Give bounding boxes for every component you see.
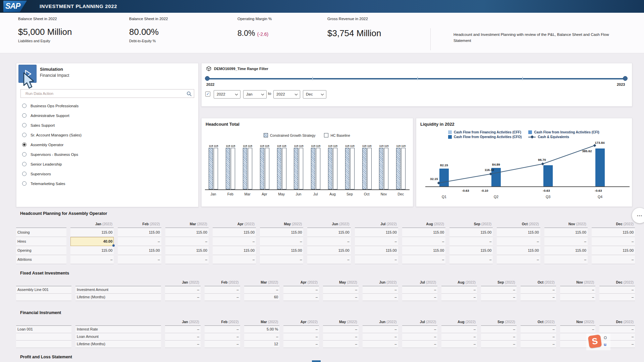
table-cell[interactable]: – — [323, 333, 359, 341]
table-cell[interactable]: – — [307, 237, 351, 246]
time-range-slider[interactable] — [207, 78, 627, 79]
simulation-option[interactable]: Business Ops Professionals — [20, 101, 195, 111]
table-cell[interactable]: – — [283, 341, 319, 348]
table-cell[interactable]: – — [323, 341, 359, 348]
table-cell[interactable]: – — [592, 255, 635, 264]
search-input[interactable] — [21, 89, 194, 98]
table-cell[interactable]: – — [213, 255, 256, 264]
table-cell[interactable]: – — [402, 333, 438, 341]
to-month-select[interactable]: Dec — [303, 90, 326, 99]
table-cell[interactable]: – — [323, 294, 359, 301]
table-cell[interactable]: 115.00 — [118, 228, 161, 237]
table-cell[interactable]: – — [441, 294, 477, 301]
table-cell[interactable]: 115.00 — [592, 228, 635, 237]
table-cell[interactable]: – — [363, 333, 398, 341]
table-cell[interactable]: 115.00 — [497, 228, 540, 237]
table-cell[interactable]: – — [118, 255, 161, 264]
table-cell[interactable]: – — [497, 255, 540, 264]
table-cell[interactable]: – — [165, 237, 209, 246]
table-cell[interactable]: – — [244, 333, 280, 341]
table-cell[interactable]: – — [205, 286, 240, 294]
table-cell[interactable]: – — [307, 255, 351, 264]
table-cell[interactable]: – — [497, 237, 540, 246]
table-cell[interactable]: – — [165, 326, 201, 333]
radio-icon[interactable] — [22, 104, 26, 108]
table-cell[interactable]: – — [441, 326, 477, 333]
table-cell[interactable]: 115.00 — [213, 228, 256, 237]
table-cell[interactable]: 115.00 — [497, 246, 540, 255]
radio-icon[interactable] — [22, 162, 26, 166]
table-cell[interactable]: 115.00 — [449, 228, 493, 237]
table-cell[interactable]: – — [363, 286, 398, 294]
table-cell[interactable]: – — [481, 326, 517, 333]
table-cell[interactable]: – — [323, 286, 359, 294]
table-cell[interactable]: – — [205, 326, 240, 333]
radio-icon[interactable] — [22, 181, 26, 186]
radio-icon[interactable] — [22, 152, 26, 157]
simulation-option[interactable]: Sales Support — [20, 120, 195, 130]
table-cell[interactable]: – — [363, 326, 398, 333]
table-cell[interactable]: – — [70, 255, 114, 264]
table-cell[interactable]: – — [521, 326, 556, 333]
table-cell[interactable]: – — [260, 255, 303, 264]
table-cell[interactable]: 115.00 — [260, 246, 303, 255]
simulation-option[interactable]: Supervisors - Business Ops — [20, 149, 195, 159]
table-cell[interactable]: – — [260, 237, 303, 246]
table-cell[interactable]: – — [355, 255, 398, 264]
table-cell[interactable]: 115.00 — [260, 228, 303, 237]
table-cell[interactable]: 115.00 — [402, 228, 445, 237]
table-cell[interactable]: 115.00 — [70, 228, 114, 237]
table-cell[interactable]: – — [599, 294, 635, 301]
table-cell[interactable]: – — [244, 286, 280, 294]
table-cell[interactable]: 115.00 — [449, 246, 493, 255]
table-cell[interactable]: – — [323, 326, 359, 333]
table-cell[interactable]: – — [402, 326, 438, 333]
table-cell[interactable]: – — [402, 294, 438, 301]
table-cell[interactable]: – — [481, 341, 517, 348]
table-cell[interactable]: – — [355, 237, 398, 246]
table-cell[interactable]: – — [205, 341, 240, 348]
table-cell[interactable]: 115.00 — [165, 228, 209, 237]
table-cell[interactable]: – — [165, 333, 201, 341]
table-cell[interactable]: 115.00 — [307, 246, 351, 255]
radio-icon[interactable] — [22, 123, 26, 127]
time-filter-checkbox[interactable]: ✓ — [205, 92, 210, 97]
radio-icon[interactable] — [22, 133, 26, 137]
table-cell[interactable]: 115.00 — [165, 246, 209, 255]
simulation-option[interactable]: Sr. Account Managers (Sales) — [20, 130, 195, 140]
table-cell[interactable]: – — [283, 326, 319, 333]
from-month-select[interactable]: Jan — [243, 90, 267, 99]
simulation-option[interactable]: Supervisors — [20, 169, 195, 179]
table-cell[interactable]: – — [449, 255, 493, 264]
table-cell[interactable]: 60 — [244, 294, 280, 301]
table-cell[interactable]: – — [481, 294, 517, 301]
table-cell[interactable]: – — [402, 341, 438, 348]
table-cell[interactable]: – — [165, 341, 201, 348]
table-cell[interactable]: – — [213, 237, 256, 246]
simulation-option[interactable]: Telemarketing Sales — [20, 179, 195, 188]
table-cell[interactable]: 115.00 — [402, 246, 445, 255]
table-cell[interactable]: – — [560, 286, 596, 294]
table-cell[interactable]: – — [283, 286, 319, 294]
table-cell[interactable]: – — [118, 237, 161, 246]
table-cell[interactable]: – — [521, 286, 556, 294]
table-cell[interactable]: – — [402, 255, 445, 264]
run-data-action-search[interactable] — [20, 89, 194, 98]
radio-icon[interactable] — [22, 113, 26, 118]
table-cell[interactable]: – — [592, 237, 635, 246]
table-cell[interactable]: 115.00 — [355, 228, 398, 237]
simulation-option[interactable]: Administrative Support — [20, 111, 195, 120]
table-cell[interactable]: – — [560, 326, 596, 333]
table-cell[interactable]: 115.00 — [307, 228, 351, 237]
table-cell[interactable]: 115.00 — [544, 246, 588, 255]
table-cell[interactable]: – — [599, 286, 635, 294]
table-cell[interactable]: 12 — [244, 341, 280, 348]
table-cell[interactable]: – — [441, 341, 477, 348]
table-cell[interactable]: 115.00 — [70, 246, 114, 255]
table-cell[interactable]: – — [599, 326, 635, 333]
table-cell[interactable]: – — [441, 333, 477, 341]
radio-icon[interactable] — [22, 142, 26, 147]
table-cell[interactable]: – — [441, 286, 477, 294]
table-cell[interactable]: – — [165, 294, 201, 301]
table-cell[interactable]: – — [402, 286, 438, 294]
